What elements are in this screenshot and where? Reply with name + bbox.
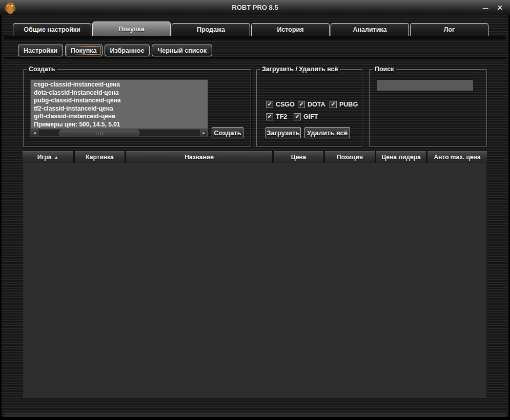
column-header-image[interactable]: Картинка [75,151,125,163]
create-button[interactable]: Создать [212,127,243,138]
window-title: ROBT PRO 8.5 [0,4,510,11]
checkbox-icon: ✓ [298,101,305,108]
title-bar: ROBT PRO 8.5 ─ ✕ [0,0,510,15]
sort-asc-icon: ▲ [54,155,58,160]
items-table-header: Игра ▲ Картинка Название Цена Позиция Це… [23,151,487,163]
checkbox-pubg[interactable]: ✓ PUBG [330,100,358,108]
checkbox-icon: ✓ [266,113,273,120]
template-line: csgo-classid-instanceid-цена [34,81,205,89]
horizontal-scrollbar[interactable]: ◄ ► [30,129,208,137]
scroll-right-icon[interactable]: ► [200,130,208,136]
column-header-game[interactable]: Игра ▲ [23,151,73,163]
scrollbar-track[interactable] [38,130,200,136]
checkbox-tf2[interactable]: ✓ TF2 [266,113,287,120]
column-header-price[interactable]: Цена [274,151,323,163]
template-textarea[interactable]: csgo-classid-instanceid-цена dota-classi… [30,79,208,129]
checkbox-icon: ✓ [330,101,337,108]
column-header-leader-price[interactable]: Цена лидера [376,151,426,163]
scrollbar-grip-icon [96,132,103,135]
checkbox-csgo[interactable]: ✓ CSGO [266,100,295,108]
scrollbar-thumb[interactable] [59,130,139,136]
search-group: Поиск [369,69,487,147]
checkbox-icon: ✓ [294,113,301,120]
checkbox-gift[interactable]: ✓ GIFT [294,113,318,120]
subtab-purchase[interactable]: Покупка [65,45,103,56]
load-button[interactable]: Загрузить [266,127,301,138]
tab-general-settings[interactable]: Общие настройки [13,23,91,36]
tab-log[interactable]: Лог [410,23,488,36]
column-header-name[interactable]: Название [126,151,272,163]
create-group-title: Создать [27,66,57,73]
separator-under-sub-tabs [4,57,506,59]
load-delete-group: Загрузить / Удалить всё ✓ CSGO ✓ DOTA ✓ … [256,69,362,147]
tab-analytics[interactable]: Аналитика [331,23,409,36]
tab-purchase[interactable]: Покупка [92,22,171,36]
tab-sale[interactable]: Продажа [172,23,250,36]
separator-under-main-tabs [4,36,506,39]
template-line: gift-classid-instanceid-цена [34,113,205,121]
checkbox-dota[interactable]: ✓ DOTA [298,100,325,108]
load-group-title: Загрузить / Удалить всё [260,66,340,73]
search-group-title: Поиск [373,66,396,73]
template-line: tf2-classid-instanceid-цена [34,105,205,113]
items-table-body [23,163,487,398]
subtab-settings[interactable]: Настройки [18,45,63,56]
template-line: dota-classid-instanceid-цена [34,89,205,97]
close-button[interactable]: ✕ [494,3,506,13]
column-header-auto-max-price[interactable]: Авто max. цена [427,151,487,163]
minimize-button[interactable]: ─ [479,3,492,13]
window-frame: Общие настройки Покупка Продажа История … [0,15,510,420]
create-group: Создать csgo-classid-instanceid-цена dot… [23,69,251,147]
template-line: Примеры цен: 500, 14.5, 5.01 [34,121,205,129]
checkbox-icon: ✓ [266,101,273,108]
subtab-favorites[interactable]: Избранное [105,45,150,56]
subtab-blacklist[interactable]: Черный список [152,45,212,56]
template-line: pubg-classid-instanceid-цена [34,97,205,105]
delete-all-button[interactable]: Удалить всё [304,127,350,138]
scroll-left-icon[interactable]: ◄ [31,130,38,136]
column-header-position[interactable]: Позиция [325,151,375,163]
search-input[interactable] [376,79,474,91]
bottom-panel-strip [4,413,506,417]
client-background: Общие настройки Покупка Продажа История … [2,15,508,417]
tab-history[interactable]: История [251,23,330,36]
sub-tab-bar: Настройки Покупка Избранное Черный списо… [18,45,212,56]
